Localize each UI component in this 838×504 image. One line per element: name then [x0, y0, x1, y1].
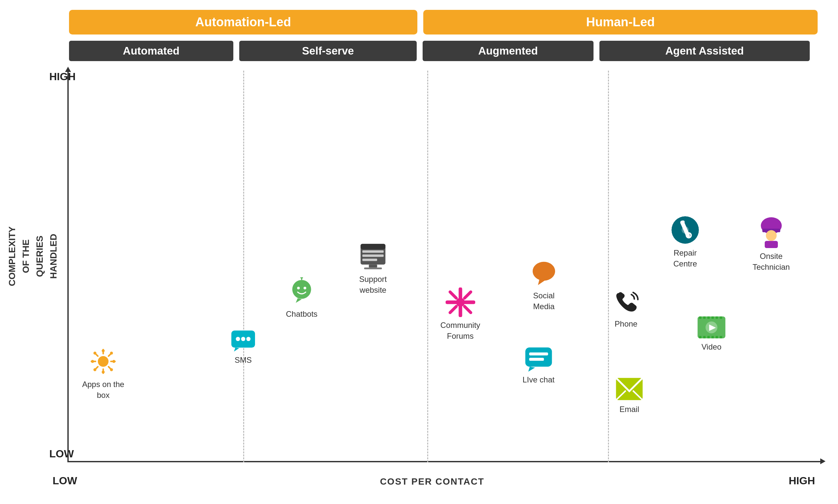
community-forums-label: CommunityForums	[440, 320, 480, 342]
y-high-label: HIGH	[49, 71, 76, 83]
support-website-item: Supportwebsite	[358, 241, 388, 296]
forums-icon	[446, 287, 475, 317]
svg-rect-58	[707, 317, 710, 319]
svg-rect-62	[699, 336, 701, 338]
svg-point-81	[766, 230, 777, 241]
social-media-icon	[529, 258, 559, 287]
sub-selfserve: Self-serve	[239, 41, 417, 61]
svg-point-14	[110, 368, 113, 371]
divider-2	[427, 71, 428, 462]
svg-rect-61	[720, 317, 722, 319]
svg-rect-33	[369, 265, 377, 267]
svg-rect-29	[360, 244, 386, 249]
svg-rect-57	[703, 317, 706, 319]
x-high-label: HIGH	[789, 475, 815, 487]
x-axis-title: COST PER CONTACT	[380, 476, 484, 487]
svg-rect-66	[716, 336, 718, 338]
svg-rect-30	[362, 250, 384, 253]
svg-marker-21	[234, 348, 239, 352]
svg-rect-64	[707, 336, 710, 338]
social-media-label: SocialMedia	[533, 290, 554, 312]
community-forums-item: CommunityForums	[440, 287, 480, 342]
video-icon	[697, 315, 726, 340]
svg-point-18	[236, 337, 240, 341]
svg-rect-63	[703, 336, 706, 338]
svg-rect-60	[716, 317, 718, 319]
svg-point-23	[297, 287, 300, 289]
x-axis-line	[67, 461, 822, 462]
svg-point-26	[300, 277, 303, 278]
svg-rect-67	[720, 336, 722, 338]
svg-rect-59	[712, 317, 714, 319]
divider-1	[243, 71, 244, 462]
email-label: Email	[620, 405, 639, 414]
email-item: Email	[614, 376, 644, 414]
x-low-label: LOW	[53, 475, 77, 487]
svg-marker-51	[528, 367, 535, 372]
y-axis-label: COMPLEXITYOF THEQUERIESHANDLED	[5, 194, 60, 319]
sun-icon	[88, 347, 118, 376]
svg-point-78	[681, 227, 689, 234]
svg-point-16	[93, 368, 96, 371]
svg-marker-27	[296, 298, 302, 303]
svg-point-24	[304, 287, 306, 289]
svg-rect-48	[525, 348, 552, 367]
phone-item: Phone	[611, 287, 641, 328]
svg-rect-56	[699, 317, 701, 319]
svg-point-46	[546, 265, 554, 273]
chatbots-label: Chatbots	[286, 309, 318, 319]
svg-marker-47	[538, 279, 546, 285]
live-chat-label: LIve chat	[522, 375, 554, 384]
video-item: Video	[697, 315, 726, 352]
header-row: Automation-Led Human-Led	[69, 10, 818, 35]
svg-line-40	[450, 292, 456, 298]
svg-point-13	[93, 352, 96, 355]
svg-rect-82	[765, 241, 778, 248]
svg-point-22	[292, 280, 311, 299]
svg-point-10	[102, 371, 105, 374]
sms-label: SMS	[235, 356, 252, 365]
onsite-technician-item: OnsiteTechnician	[752, 215, 790, 273]
human-led-banner: Human-Led	[423, 10, 818, 35]
chatbot-icon	[287, 277, 317, 307]
svg-point-11	[91, 360, 94, 363]
sub-header-row: Automated Self-serve Augmented Agent Ass…	[69, 41, 810, 61]
repair-icon	[671, 215, 700, 245]
apps-on-box-label: Apps on thebox	[82, 379, 124, 401]
email-icon	[614, 376, 644, 402]
svg-rect-32	[362, 258, 377, 261]
chart-container: COMPLEXITYOF THEQUERIESHANDLED HIGH LOW …	[39, 10, 825, 496]
svg-rect-34	[364, 267, 382, 269]
svg-rect-65	[712, 336, 714, 338]
chatbots-item: Chatbots	[286, 277, 318, 319]
svg-point-19	[241, 337, 246, 341]
y-low-label: LOW	[49, 448, 74, 460]
svg-point-9	[102, 349, 105, 352]
sub-augmented: Augmented	[423, 41, 593, 61]
onsite-technician-label: OnsiteTechnician	[752, 251, 790, 273]
svg-point-45	[534, 265, 542, 273]
automation-led-banner: Automation-Led	[69, 10, 417, 35]
sub-agent-assisted: Agent Assisted	[600, 41, 810, 61]
phone-label: Phone	[614, 319, 637, 328]
y-axis-arrow	[65, 67, 71, 72]
video-label: Video	[702, 342, 722, 352]
apps-on-box-item: Apps on thebox	[82, 347, 124, 401]
divider-3	[608, 71, 609, 462]
svg-point-12	[112, 360, 115, 363]
support-website-label: Supportwebsite	[359, 274, 387, 296]
svg-line-42	[464, 292, 470, 298]
svg-rect-50	[529, 358, 544, 361]
technician-icon	[758, 215, 784, 248]
svg-point-20	[247, 337, 251, 341]
svg-rect-31	[362, 254, 384, 257]
repair-centre-label: RepairCentre	[673, 247, 697, 269]
repair-centre-item: RepairCentre	[671, 215, 700, 269]
y-axis-line	[67, 71, 69, 462]
svg-line-43	[450, 306, 456, 312]
sms-icon	[230, 327, 256, 353]
sms-item: SMS	[230, 327, 256, 365]
livechat-icon	[524, 343, 553, 373]
svg-rect-49	[529, 353, 548, 356]
phone-icon	[611, 287, 641, 317]
